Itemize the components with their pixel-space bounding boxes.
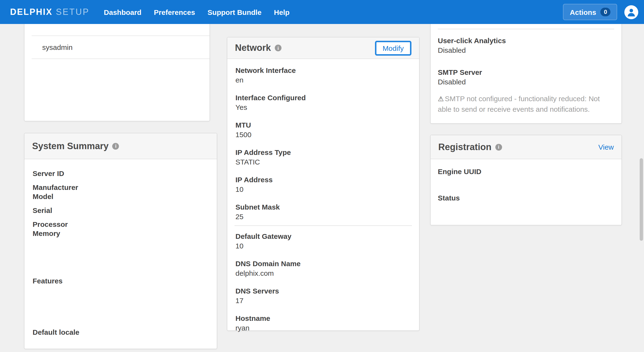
field-label: Interface Configured <box>236 93 411 103</box>
warning-label: SMTP not configured - functionality redu… <box>438 94 600 113</box>
brand-primary: DELPHIX <box>10 7 52 17</box>
registration-card: Registration i View Engine UUID Status <box>430 135 622 226</box>
field-label: Engine UUID <box>438 167 614 176</box>
field-label-memory: Memory <box>32 229 208 238</box>
field-label-model: Model <box>32 192 208 201</box>
screen: sysadmin System Summary i Server ID Manu… <box>0 0 644 352</box>
field-mtu: MTU 1500 <box>227 120 419 140</box>
field-value: Disabled <box>438 46 614 55</box>
field-label-server-id: Server ID <box>32 169 208 178</box>
info-icon[interactable]: i <box>495 144 502 150</box>
field-value: 10 <box>236 185 411 194</box>
field-dns-domain-name: DNS Domain Name delphix.com <box>227 259 419 278</box>
field-label: MTU <box>236 120 411 130</box>
brand-secondary: SETUP <box>56 7 90 17</box>
smtp-warning-message: ⚠SMTP not configured - functionality red… <box>438 94 614 114</box>
nav-item-preferences[interactable]: Preferences <box>154 8 195 16</box>
field-value: en <box>236 75 411 85</box>
field-network-interface: Network Interface en <box>227 66 419 85</box>
system-summary-header: System Summary i <box>24 133 217 159</box>
field-label: DNS Domain Name <box>236 259 411 268</box>
list-item-sysadmin[interactable]: sysadmin <box>32 36 210 59</box>
field-hostname: Hostname ryan <box>227 314 419 333</box>
field-value: Yes <box>236 103 411 112</box>
field-value: 1500 <box>236 130 411 140</box>
field-value: ryan <box>236 323 411 333</box>
field-label: Default Gateway <box>236 232 411 241</box>
field-dns-servers: DNS Servers 17 <box>227 286 419 306</box>
network-card: Network i Modify Network Interface en In… <box>227 37 420 331</box>
status-body: User-click Analytics Disabled SMTP Serve… <box>430 29 622 114</box>
registration-header: Registration i View <box>430 135 622 159</box>
actions-count-badge: 0 <box>600 8 610 16</box>
field-value: delphix.com <box>236 268 411 278</box>
top-navbar: DELPHIX SETUP Dashboard Preferences Supp… <box>0 0 644 24</box>
field-label-serial: Serial <box>32 206 208 215</box>
field-value: 17 <box>236 296 411 306</box>
field-label: Subnet Mask <box>236 202 411 212</box>
field-label: IP Address <box>236 175 411 185</box>
warning-icon: ⚠ <box>438 95 444 103</box>
field-label: Hostname <box>236 314 411 323</box>
field-smtp-server: SMTP Server Disabled <box>438 68 614 87</box>
info-icon[interactable]: i <box>275 44 282 51</box>
field-label-manufacturer: Manufacturer <box>32 183 208 192</box>
nav-item-support-bundle[interactable]: Support Bundle <box>208 8 262 16</box>
field-engine-uuid: Engine UUID <box>438 167 614 186</box>
field-label-default-locale: Default locale <box>32 328 208 337</box>
field-label: SMTP Server <box>438 68 614 77</box>
actions-label: Actions <box>570 8 596 16</box>
actions-button[interactable]: Actions 0 <box>563 4 617 20</box>
field-label: Network Interface <box>236 66 411 75</box>
account-name: sysadmin <box>42 43 73 51</box>
field-label-features: Features <box>32 276 208 285</box>
field-label: DNS Servers <box>236 286 411 296</box>
delphix-setup-page: sysadmin System Summary i Server ID Manu… <box>0 0 644 352</box>
field-label: Status <box>438 193 614 203</box>
navbar-right: Actions 0 <box>563 4 638 20</box>
network-section-divider <box>234 226 412 226</box>
nav-item-help[interactable]: Help <box>274 8 290 16</box>
field-value: STATIC <box>236 157 411 167</box>
field-value <box>438 176 614 186</box>
field-status: Status <box>438 193 614 212</box>
field-value: 25 <box>236 212 411 222</box>
nav-menu: Dashboard Preferences Support Bundle Hel… <box>104 8 290 16</box>
field-label: User-click Analytics <box>438 36 614 46</box>
system-summary-body: Server ID Manufacturer Model Serial Proc… <box>24 159 217 337</box>
field-label: IP Address Type <box>236 148 411 157</box>
field-label-processor: Processor <box>32 220 208 229</box>
person-icon <box>626 7 636 17</box>
field-ip-address-type: IP Address Type STATIC <box>227 148 419 167</box>
network-body: Network Interface en Interface Configure… <box>227 59 419 333</box>
nav-item-dashboard[interactable]: Dashboard <box>104 8 142 16</box>
registration-view-link[interactable]: View <box>598 143 614 151</box>
field-value <box>438 203 614 212</box>
field-value: 10 <box>236 241 411 251</box>
registration-title: Registration <box>438 142 492 152</box>
info-icon[interactable]: i <box>112 143 119 150</box>
field-interface-configured: Interface Configured Yes <box>227 93 419 112</box>
registration-body: Engine UUID Status <box>430 159 622 212</box>
field-value: Disabled <box>438 77 614 87</box>
scrollbar-track <box>639 24 644 352</box>
system-summary-title: System Summary <box>32 141 108 151</box>
system-summary-card: System Summary i Server ID Manufacturer … <box>24 133 217 349</box>
scrollbar-thumb[interactable] <box>640 158 643 241</box>
field-subnet-mask: Subnet Mask 25 <box>227 202 419 222</box>
field-user-click-analytics: User-click Analytics Disabled <box>438 36 614 55</box>
network-header: Network i Modify <box>227 38 419 59</box>
field-ip-address: IP Address 10 <box>227 175 419 194</box>
user-avatar-icon[interactable] <box>624 5 638 19</box>
field-default-gateway: Default Gateway 10 <box>227 232 419 251</box>
delphix-setup-logo[interactable]: DELPHIX SETUP <box>10 7 90 17</box>
network-modify-button[interactable]: Modify <box>375 40 412 56</box>
network-title: Network <box>235 43 271 53</box>
